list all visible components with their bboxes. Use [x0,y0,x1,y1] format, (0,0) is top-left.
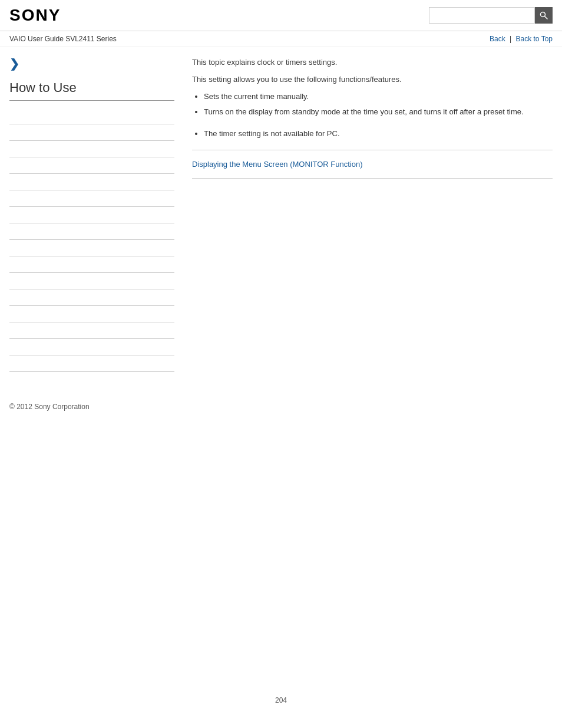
intro-line2: This setting allows you to use the follo… [192,74,553,86]
sidebar-item [9,339,174,355]
nav-separator: | [510,35,511,43]
note-item-1: The timer setting is not available for P… [204,128,553,140]
sidebar-item [9,256,174,273]
sidebar-item [9,190,174,207]
sidebar-item [9,141,174,157]
note-list: The timer setting is not available for P… [204,128,553,140]
sidebar-item [9,207,174,223]
note-section: The timer setting is not available for P… [192,128,553,140]
feature-list: Sets the current time manually. Turns on… [204,91,553,119]
related-links-section: Displaying the Menu Screen (MONITOR Func… [192,160,553,169]
search-input[interactable] [429,7,535,24]
footer: © 2012 Sony Corporation [0,393,562,420]
nav-links: Back | Back to Top [490,35,553,43]
content-area: This topic explains clock or timers sett… [186,57,553,372]
sidebar-item [9,223,174,240]
content-divider [192,150,553,150]
sidebar: ❯ How to Use [9,57,186,372]
sidebar-section-title: How to Use [9,80,174,101]
sidebar-item [9,108,174,124]
feature-item-2: Turns on the display from standby mode a… [204,106,553,118]
search-box [429,7,553,24]
search-button[interactable] [535,7,553,24]
intro-line1: This topic explains clock or timers sett… [192,57,553,69]
sidebar-item [9,157,174,174]
sidebar-item [9,273,174,289]
back-link[interactable]: Back [490,35,505,43]
back-to-top-link[interactable]: Back to Top [516,35,553,43]
breadcrumb-arrow[interactable]: ❯ [9,57,174,71]
sony-logo: SONY [9,6,61,25]
related-link-monitor[interactable]: Displaying the Menu Screen (MONITOR Func… [192,160,362,169]
header: SONY [0,0,562,31]
sidebar-item [9,240,174,256]
copyright: © 2012 Sony Corporation [9,403,90,411]
svg-line-1 [545,17,548,19]
sidebar-item [9,306,174,322]
content-divider-2 [192,178,553,179]
sidebar-item [9,289,174,306]
sidebar-item [9,124,174,141]
sidebar-item [9,174,174,190]
sidebar-item [9,322,174,339]
sidebar-item [9,355,174,372]
guide-title: VAIO User Guide SVL2411 Series [9,35,117,43]
search-icon [540,11,548,19]
page-number: 204 [0,690,562,710]
feature-item-1: Sets the current time manually. [204,91,553,103]
main-container: ❯ How to Use This topic explains clock o… [0,47,562,381]
breadcrumb-bar: VAIO User Guide SVL2411 Series Back | Ba… [0,31,562,47]
